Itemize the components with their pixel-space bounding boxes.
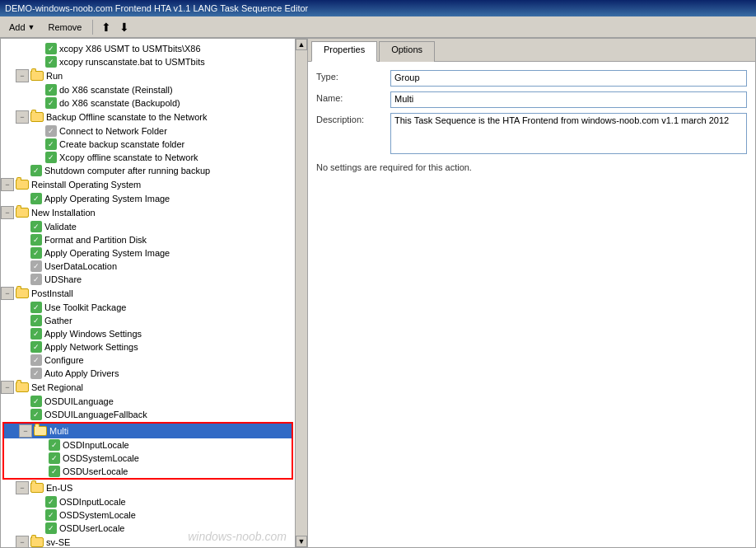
tree-item-label: Create backup scanstate folder xyxy=(59,139,184,149)
tree-item-do-x86-scan[interactable]: ✓ do X86 scanstate (Reinstall) xyxy=(1,83,295,96)
tree-item-osd-input-locale[interactable]: ✓ OSDInputLocale xyxy=(4,438,292,452)
check-icon: ✓ xyxy=(45,522,57,534)
expander[interactable]: − xyxy=(19,424,32,438)
tree-item-osd-system-locale[interactable]: ✓ OSDSystemLocale xyxy=(4,452,292,465)
expander[interactable]: − xyxy=(16,110,29,124)
menu-bar: Add ▼ Remove ⬆ ⬇ xyxy=(0,16,756,38)
tree-item-osdui-lang-fallback[interactable]: ✓ OSDUILanguageFallback xyxy=(1,408,295,421)
tree-item-multi[interactable]: − Multi xyxy=(4,424,292,438)
tree-item-en-system-locale[interactable]: ✓ OSDSystemLocale xyxy=(1,508,295,522)
desc-value[interactable]: This Task Sequence is the HTA Frontend f… xyxy=(390,113,747,154)
title-text: DEMO-windows-noob.com Frontend HTA v1.1 … xyxy=(5,3,308,13)
tree-item-user-data-location[interactable]: ✓ UserDataLocation xyxy=(1,260,295,273)
type-value[interactable]: Group xyxy=(390,70,747,87)
tree-item-label: OSDUserLocale xyxy=(59,523,124,533)
tree-item-label: Apply Operating System Image xyxy=(44,194,170,204)
tree-item-label: Use Toolkit Package xyxy=(44,302,126,312)
tree-item-label: New Installation xyxy=(31,208,96,218)
tree-item-configure[interactable]: ✓ Configure xyxy=(1,354,295,367)
check-icon: ✓ xyxy=(45,56,57,68)
tree-item-label: OSDSystemLocale xyxy=(63,453,139,463)
tree-item-udshare[interactable]: ✓ UDShare xyxy=(1,273,295,286)
tree-item-label: Run xyxy=(46,71,63,81)
tab-options[interactable]: Options xyxy=(379,41,435,62)
tree-item-xcopy-offline[interactable]: ✓ Xcopy offline scanstate to Network xyxy=(1,151,295,164)
tree-item-postinstall[interactable]: − PostInstall xyxy=(1,286,295,301)
tree-item-label: OSDUILanguage xyxy=(44,396,114,406)
tree-item-apply-os-reinstall[interactable]: ✓ Apply Operating System Image xyxy=(1,192,295,205)
toolbar-icon-2[interactable]: ⬇ xyxy=(116,19,133,35)
tree-item-label: Backup Offline scanstate to the Network xyxy=(46,112,207,122)
tree-item-label: OSDSystemLocale xyxy=(59,510,136,520)
check-icon: ✓ xyxy=(49,466,60,477)
tree-item-create-backup[interactable]: ✓ Create backup scanstate folder xyxy=(1,138,295,151)
tree-item-label: Apply Operating System Image xyxy=(44,248,170,258)
name-row: Name: Multi xyxy=(316,91,747,108)
tree-item-en-us[interactable]: − En-US xyxy=(1,480,295,495)
tree-item-set-regional[interactable]: − Set Regional xyxy=(1,380,295,395)
tree-item-label: Configure xyxy=(44,355,84,365)
tab-properties[interactable]: Properties xyxy=(311,41,377,62)
folder-icon xyxy=(16,382,29,392)
check-icon: ✓ xyxy=(30,247,42,259)
add-dropdown-icon[interactable]: ▼ xyxy=(28,23,35,31)
check-icon: ✓ xyxy=(45,43,57,54)
expander[interactable]: − xyxy=(1,381,14,394)
tree-item-en-user-locale[interactable]: ✓ OSDUserLocale xyxy=(1,522,295,535)
remove-button[interactable]: Remove xyxy=(43,20,88,35)
tree-item-connect-network[interactable]: ✓ Connect to Network Folder xyxy=(1,124,295,138)
folder-icon xyxy=(30,483,44,493)
tree-item-format-partition[interactable]: ✓ Format and Partition Disk xyxy=(1,233,295,246)
tree-item-apply-network[interactable]: ✓ Apply Network Settings xyxy=(1,340,295,354)
toolbar-icon-1[interactable]: ⬆ xyxy=(98,19,114,35)
tree-item-backup-offline[interactable]: − Backup Offline scanstate to the Networ… xyxy=(1,110,295,124)
scrollbar[interactable]: ▲ ▼ xyxy=(295,38,308,548)
no-settings-text: No settings are required for this action… xyxy=(316,162,747,172)
tree-item-xcopy-x86[interactable]: ✓ xcopy X86 USMT to USMTbits\X86 xyxy=(1,42,295,55)
tree-item-apply-os-new[interactable]: ✓ Apply Operating System Image xyxy=(1,246,295,260)
tree-item-osdui-lang[interactable]: ✓ OSDUILanguage xyxy=(1,395,295,408)
expander[interactable]: − xyxy=(1,287,14,300)
tree-item-label: do X86 scanstate (Reinstall) xyxy=(59,85,173,95)
tree-item-validate[interactable]: ✓ Validate xyxy=(1,220,295,233)
expander[interactable]: − xyxy=(1,178,14,191)
tree-item-new-install[interactable]: − New Installation xyxy=(1,205,295,220)
check-icon: ✓ xyxy=(30,234,42,246)
type-label: Type: xyxy=(316,70,390,82)
name-label: Name: xyxy=(316,91,390,103)
tree-item-label: Auto Apply Drivers xyxy=(44,368,119,378)
tree-item-xcopy-runs[interactable]: ✓ xcopy runscanstate.bat to USMTbits xyxy=(1,55,295,68)
add-button[interactable]: Add ▼ xyxy=(3,20,41,35)
scroll-down-button[interactable]: ▼ xyxy=(296,536,307,547)
tree-item-run[interactable]: − Run xyxy=(1,68,295,83)
check-icon: ✓ xyxy=(45,97,57,109)
tree-item-label: OSDInputLocale xyxy=(59,497,126,507)
tree-item-apply-windows[interactable]: ✓ Apply Windows Settings xyxy=(1,327,295,340)
check-icon: ✓ xyxy=(30,328,42,340)
expander[interactable]: − xyxy=(16,481,29,494)
tree-panel: ✓ xcopy X86 USMT to USMTbits\X86 ✓ xcopy… xyxy=(0,38,295,548)
tree-item-label: xcopy runscanstate.bat to USMTbits xyxy=(59,57,205,67)
properties-panel: Properties Options Type: Group Name: Mul… xyxy=(308,38,756,548)
tree-item-label: Shutdown computer after running backup xyxy=(44,166,210,176)
name-value[interactable]: Multi xyxy=(390,91,747,108)
tree-item-gather[interactable]: ✓ Gather xyxy=(1,314,295,327)
tree-item-do-x86-back[interactable]: ✓ do X86 scanstate (Backupold) xyxy=(1,96,295,110)
scroll-up-button[interactable]: ▲ xyxy=(296,39,307,50)
tree-item-osd-user-locale[interactable]: ✓ OSDUserLocale xyxy=(4,465,292,478)
tree-item-en-input-locale[interactable]: ✓ OSDInputLocale xyxy=(1,495,295,508)
title-bar: DEMO-windows-noob.com Frontend HTA v1.1 … xyxy=(0,0,756,16)
tree-item-label: UDShare xyxy=(44,274,82,284)
tree-item-shutdown[interactable]: ✓ Shutdown computer after running backup xyxy=(1,164,295,177)
folder-icon xyxy=(16,288,29,298)
tree-item-auto-apply-drivers[interactable]: ✓ Auto Apply Drivers xyxy=(1,367,295,380)
tree-item-reinstall-os[interactable]: − Reinstall Operating System xyxy=(1,177,295,192)
expander[interactable]: − xyxy=(1,206,14,219)
tree-item-sv-se[interactable]: − sv-SE xyxy=(1,535,295,548)
expander[interactable]: − xyxy=(16,536,29,548)
check-gray-icon: ✓ xyxy=(45,125,57,137)
type-row: Type: Group xyxy=(316,70,747,87)
expander[interactable]: − xyxy=(16,69,29,82)
tree-item-use-toolkit[interactable]: ✓ Use Toolkit Package xyxy=(1,301,295,314)
folder-icon xyxy=(30,112,44,122)
